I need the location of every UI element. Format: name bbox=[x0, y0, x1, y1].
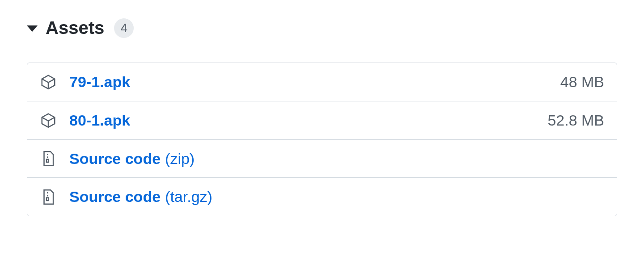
asset-link[interactable]: 80-1.apk bbox=[69, 111, 130, 130]
assets-header-toggle[interactable]: Assets 4 bbox=[27, 18, 617, 38]
caret-down-icon bbox=[27, 25, 38, 32]
assets-count-badge: 4 bbox=[114, 18, 134, 38]
zip-icon bbox=[40, 150, 57, 167]
asset-link[interactable]: Source code bbox=[69, 150, 161, 168]
asset-link[interactable]: Source code bbox=[69, 188, 161, 206]
asset-row: 79-1.apk 48 MB bbox=[27, 63, 617, 101]
zip-icon bbox=[40, 189, 57, 206]
asset-row: Source code (tar.gz) bbox=[27, 177, 617, 216]
package-icon bbox=[40, 73, 57, 90]
assets-list: 79-1.apk 48 MB 80-1.apk 52.8 MB Source c… bbox=[27, 63, 617, 216]
asset-size: 48 MB bbox=[560, 73, 604, 91]
package-icon bbox=[40, 112, 57, 129]
asset-row: Source code (zip) bbox=[27, 139, 617, 178]
asset-size: 52.8 MB bbox=[547, 111, 604, 130]
asset-ext: (tar.gz) bbox=[165, 188, 212, 206]
asset-row: 80-1.apk 52.8 MB bbox=[27, 101, 617, 139]
asset-link[interactable]: 79-1.apk bbox=[69, 73, 130, 91]
assets-title: Assets bbox=[46, 18, 104, 38]
asset-ext: (zip) bbox=[165, 150, 195, 168]
